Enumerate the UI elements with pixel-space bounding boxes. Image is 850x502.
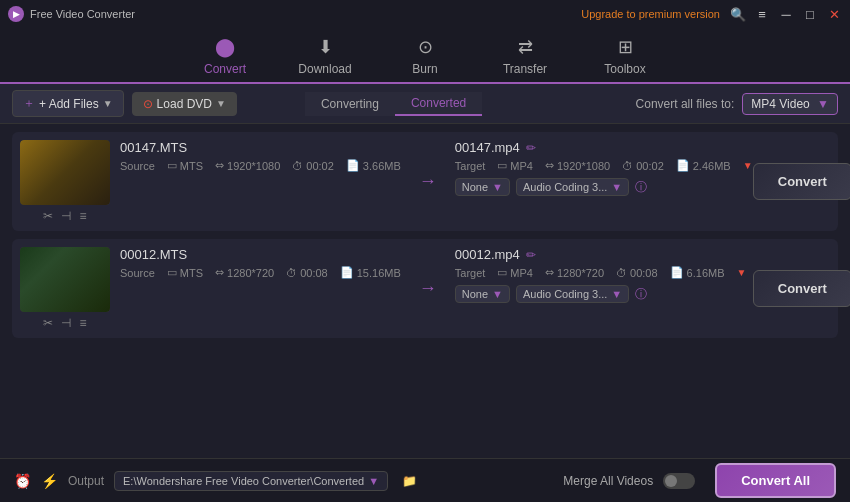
source-resolution-1: ⇔ 1920*1080	[215, 159, 280, 172]
convert-button-1[interactable]: Convert	[753, 163, 850, 200]
tab-converted[interactable]: Converted	[395, 92, 482, 116]
audio-option-select-2[interactable]: None ▼	[455, 285, 510, 303]
target-label-2: Target	[455, 267, 486, 279]
info-icon-1[interactable]: ⓘ	[635, 179, 647, 196]
convert-button-2[interactable]: Convert	[753, 270, 850, 307]
target-duration-2: ⏱ 00:08	[616, 267, 658, 279]
audio-dropdown-icon-1: ▼	[492, 181, 503, 193]
convert-nav-label: Convert	[204, 62, 246, 76]
cut-icon-1[interactable]: ✂	[43, 209, 53, 223]
format-dropdown-icon: ▼	[817, 97, 829, 111]
minimize-icon[interactable]: ─	[778, 6, 794, 22]
trim-icon-1[interactable]: ⊣	[61, 209, 71, 223]
source-size-2: 📄 15.16MB	[340, 266, 401, 279]
source-size-1: 📄 3.66MB	[346, 159, 401, 172]
nav-download[interactable]: ⬇ Download	[295, 36, 355, 82]
toolbar-right: Convert all files to: MP4 Video ▼	[636, 93, 838, 115]
target-area-1: 00147.mp4 ✏ Target ▭ MP4 ⇔ 1920*1080 ⏱	[455, 140, 735, 223]
convert-btn-area-1: Convert	[745, 140, 850, 223]
audio-coding-select-2[interactable]: Audio Coding 3... ▼	[516, 285, 629, 303]
upgrade-link[interactable]: Upgrade to premium version	[581, 8, 720, 20]
source-label-1: Source	[120, 160, 155, 172]
target-size-2: 📄 6.16MB	[670, 266, 725, 279]
title-bar-right: Upgrade to premium version 🔍 ≡ ─ □ ✕	[581, 6, 842, 22]
target-format-2: ▭ MP4	[497, 266, 533, 279]
settings-icon-2[interactable]: ≡	[79, 316, 86, 330]
load-dvd-label: Load DVD	[157, 97, 212, 111]
output-path-field[interactable]: E:\Wondershare Free Video Converter\Conv…	[114, 471, 388, 491]
audio-option-select-1[interactable]: None ▼	[455, 178, 510, 196]
target-row-2: Target ▭ MP4 ⇔ 1280*720 ⏱ 00:08 📄	[455, 266, 735, 279]
add-files-button[interactable]: ＋ + Add Files ▼	[12, 90, 124, 117]
trim-icon-2[interactable]: ⊣	[61, 316, 71, 330]
tab-converting[interactable]: Converting	[305, 92, 395, 116]
target-filename-2: 00012.mp4 ✏	[455, 247, 735, 262]
target-size-1: 📄 2.46MB	[676, 159, 731, 172]
menu-icon[interactable]: ≡	[754, 6, 770, 22]
format-select[interactable]: MP4 Video ▼	[742, 93, 838, 115]
nav-burn[interactable]: ⊙ Burn	[395, 36, 455, 82]
merge-videos-label: Merge All Videos	[563, 474, 653, 488]
close-icon[interactable]: ✕	[826, 6, 842, 22]
target-row-1: Target ▭ MP4 ⇔ 1920*1080 ⏱ 00:02 📄	[455, 159, 735, 172]
nav-bar: ⬤ Convert ⬇ Download ⊙ Burn ⇄ Transfer ⊞…	[0, 28, 850, 84]
source-duration-2: ⏱ 00:08	[286, 267, 328, 279]
thumbnail-area-1: ✂ ⊣ ≡	[20, 140, 110, 223]
settings-icon-1[interactable]: ≡	[79, 209, 86, 223]
nav-transfer[interactable]: ⇄ Transfer	[495, 36, 555, 82]
output-dropdown-icon: ▼	[368, 475, 379, 487]
source-resolution-2: ⇔ 1280*720	[215, 266, 274, 279]
maximize-icon[interactable]: □	[802, 6, 818, 22]
toolbox-nav-label: Toolbox	[604, 62, 645, 76]
audio-coding-select-1[interactable]: Audio Coding 3... ▼	[516, 178, 629, 196]
edit-icon-1[interactable]: ✏	[526, 141, 536, 155]
search-icon[interactable]: 🔍	[730, 6, 746, 22]
target-area-2: 00012.mp4 ✏ Target ▭ MP4 ⇔ 1280*720 ⏱	[455, 247, 735, 330]
source-format-2: ▭ MTS	[167, 266, 203, 279]
arrow-area-1: →	[411, 140, 445, 223]
source-label-2: Source	[120, 267, 155, 279]
coding-dropdown-icon-1: ▼	[611, 181, 622, 193]
file-info-2: 00012.MTS Source ▭ MTS ⇔ 1280*720 ⏱ 00:0…	[120, 247, 401, 330]
download-nav-icon: ⬇	[318, 36, 333, 58]
arrow-area-2: →	[411, 247, 445, 330]
file-list: ✂ ⊣ ≡ 00147.MTS Source ▭ MTS ⇔	[0, 124, 850, 346]
target-format-1: ▭ MP4	[497, 159, 533, 172]
source-format-1: ▭ MTS	[167, 159, 203, 172]
arrow-icon-2: →	[419, 278, 437, 299]
nav-convert[interactable]: ⬤ Convert	[195, 36, 255, 82]
target-options-1: None ▼ Audio Coding 3... ▼ ⓘ	[455, 178, 735, 196]
thumb-img-2	[20, 247, 110, 312]
nav-toolbox[interactable]: ⊞ Toolbox	[595, 36, 655, 82]
dvd-dropdown-icon[interactable]: ▼	[216, 98, 226, 109]
file-info-1: 00147.MTS Source ▭ MTS ⇔ 1920*1080 ⏱ 00:…	[120, 140, 401, 223]
file-item-2: ✂ ⊣ ≡ 00012.MTS Source ▭ MTS ⇔	[12, 239, 838, 338]
toolbar: ＋ + Add Files ▼ ⊙ Load DVD ▼ Converting …	[0, 84, 850, 124]
add-files-dropdown-icon[interactable]: ▼	[103, 98, 113, 109]
toolbox-nav-icon: ⊞	[618, 36, 633, 58]
target-resolution-1: ⇔ 1920*1080	[545, 159, 610, 172]
clock-icon[interactable]: ⏰	[14, 473, 31, 489]
dvd-icon: ⊙	[143, 97, 153, 111]
merge-toggle[interactable]	[663, 473, 695, 489]
flash-icon[interactable]: ⚡	[41, 473, 58, 489]
app-name: Free Video Converter	[30, 8, 135, 20]
edit-icon-2[interactable]: ✏	[526, 248, 536, 262]
coding-dropdown-icon-2: ▼	[611, 288, 622, 300]
convert-all-button[interactable]: Convert All	[715, 463, 836, 498]
target-options-2: None ▼ Audio Coding 3... ▼ ⓘ	[455, 285, 735, 303]
open-folder-icon[interactable]: 📁	[402, 474, 417, 488]
cut-icon-2[interactable]: ✂	[43, 316, 53, 330]
app-logo: ▶	[8, 6, 24, 22]
target-duration-1: ⏱ 00:02	[622, 160, 664, 172]
thumb-img-1	[20, 140, 110, 205]
thumb-tools-1: ✂ ⊣ ≡	[43, 209, 86, 223]
title-icons: 🔍 ≡ ─ □ ✕	[730, 6, 842, 22]
thumbnail-2	[20, 247, 110, 312]
thumb-tools-2: ✂ ⊣ ≡	[43, 316, 86, 330]
file-item-1: ✂ ⊣ ≡ 00147.MTS Source ▭ MTS ⇔	[12, 132, 838, 231]
transfer-nav-icon: ⇄	[518, 36, 533, 58]
convert-all-files-label: Convert all files to:	[636, 97, 735, 111]
info-icon-2[interactable]: ⓘ	[635, 286, 647, 303]
load-dvd-button[interactable]: ⊙ Load DVD ▼	[132, 92, 237, 116]
